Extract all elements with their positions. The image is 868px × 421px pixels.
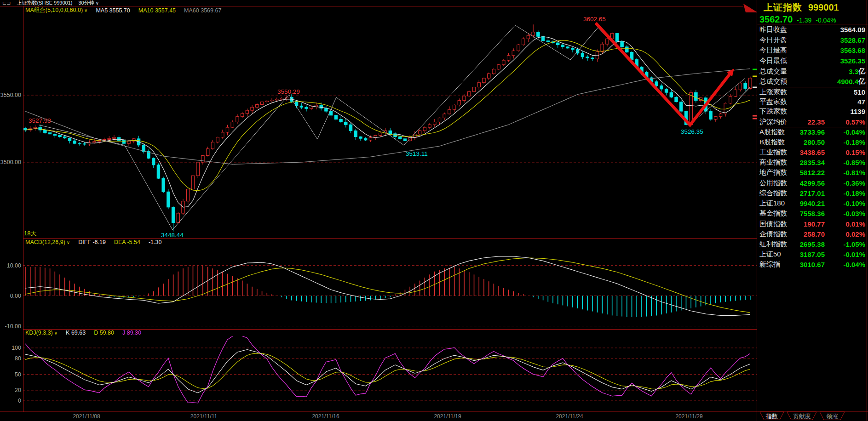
index-percent: 0.01% — [825, 220, 865, 228]
count-value: 47 — [857, 98, 865, 106]
macd-indicator-selector[interactable]: MACD(12,26,9)∨ — [25, 239, 70, 245]
index-value: 2835.34 — [797, 159, 825, 166]
index-percent: -0.03% — [825, 210, 865, 217]
index-row[interactable]: 综合指数2717.01-0.18% — [758, 188, 867, 198]
svg-text:80: 80 — [15, 355, 21, 362]
index-value: 7558.36 — [797, 210, 825, 217]
index-value: 258.70 — [797, 230, 825, 238]
quote-row: 今日最高3563.68 — [758, 45, 867, 56]
pointer-arrow-icon — [743, 4, 758, 12]
index-value: 3010.67 — [797, 261, 825, 268]
frame-lines — [0, 0, 868, 421]
index-value: 4299.56 — [797, 179, 825, 187]
period-selector[interactable]: 30分钟∨ — [78, 0, 99, 6]
kdj-indicator-row: KDJ(9,3,3)∨ K 69.63 D 59.80 J 89.30 — [25, 330, 141, 336]
index-value: 280.50 — [797, 138, 825, 146]
index-value: 2717.01 — [797, 189, 825, 197]
macd-hist-value: -1.30 — [149, 239, 162, 245]
index-percent: 0.02% — [825, 230, 865, 238]
svg-text:0.00: 0.00 — [10, 293, 21, 299]
index-value: 5812.22 — [797, 169, 825, 176]
index-value: 9940.21 — [797, 199, 825, 207]
index-label: B股指数 — [759, 138, 797, 147]
svg-text:3550.29: 3550.29 — [277, 88, 300, 95]
kdj-indicator-selector[interactable]: KDJ(9,3,3)∨ — [25, 330, 57, 336]
svg-text:3500.00: 3500.00 — [0, 159, 21, 165]
index-percent: -1.05% — [825, 240, 865, 248]
macd-indicator-row: MACD(12,26,9)∨ DIFF -6.19 DEA -5.54 -1.3… — [25, 239, 161, 245]
index-row[interactable]: 公用指数4299.56-0.36% — [758, 178, 867, 188]
svg-text:3513.11: 3513.11 — [406, 150, 428, 157]
chevron-down-icon: ∨ — [96, 0, 99, 6]
index-value: 3438.65 — [797, 148, 825, 156]
symbol-title: 上证指数(SHSE 999001) — [17, 0, 72, 6]
index-label: 地产指数 — [759, 168, 797, 177]
index-row[interactable]: B股指数280.50-0.18% — [758, 137, 867, 147]
svg-text:-10.00: -10.00 — [5, 323, 21, 330]
quote-summary-section: 昨日收盘3564.09今日开盘3528.67今日最高3563.68今日最低352… — [758, 24, 867, 87]
kdj-lines — [25, 333, 750, 403]
macd-histogram — [25, 266, 750, 317]
chevron-down-icon: ∨ — [67, 240, 70, 245]
index-row[interactable]: 基金指数7558.36-0.03% — [758, 209, 867, 219]
index-label: 国债指数 — [759, 220, 797, 228]
svg-text:2021/11/11: 2021/11/11 — [190, 413, 218, 420]
index-row[interactable]: 上证503187.05-0.01% — [758, 250, 867, 260]
index-label: 工业指数 — [759, 148, 797, 157]
ma5-line — [25, 37, 750, 207]
price-change: -1.39 — [797, 17, 811, 24]
svg-text:0: 0 — [18, 398, 21, 404]
quote-label: 总成交量 — [759, 67, 787, 76]
quote-value: 3563.68 — [840, 46, 865, 54]
sidebar-header: 上证指数999001 3562.70 -1.39 -0.04% — [758, 0, 867, 24]
index-percent: -0.01% — [825, 250, 865, 258]
kdj-d-value: D 59.80 — [94, 330, 114, 336]
link-icon[interactable]: ⊏⊐ — [2, 0, 11, 6]
svg-text:2021/11/19: 2021/11/19 — [434, 413, 461, 420]
visible-days-label: 18天 — [24, 229, 36, 238]
quote-unit: 亿 — [858, 77, 865, 86]
index-percent: 0.15% — [825, 148, 865, 156]
svg-text:3448.44: 3448.44 — [161, 232, 184, 239]
quote-row: 昨日收盘3564.09 — [758, 24, 867, 35]
chart-canvas[interactable]: 3550.003500.0010.000.00-10.0010080502002… — [0, 0, 868, 421]
index-row[interactable]: 国债指数190.770.01% — [758, 219, 867, 229]
index-row[interactable]: 新综指3010.67-0.04% — [758, 260, 867, 270]
avg-label: 沪深均价 — [759, 118, 797, 126]
symbol-name: 上证指数 — [764, 2, 802, 12]
chevron-down-icon: ∨ — [54, 330, 57, 336]
index-label: 上证50 — [759, 250, 797, 259]
index-percent: -0.85% — [825, 159, 865, 166]
quote-label: 今日最高 — [759, 46, 787, 55]
index-row[interactable]: 商业指数2835.34-0.85% — [758, 158, 867, 168]
quote-label: 今日最低 — [759, 57, 787, 65]
kdj-j-value: J 89.30 — [122, 330, 141, 336]
index-label: 新综指 — [759, 260, 797, 269]
ma-indicator-selector[interactable]: MA组合(5,10,0,0,60,0)∨ — [25, 6, 87, 14]
index-row[interactable]: A股指数3733.96-0.04% — [758, 127, 867, 137]
index-row[interactable]: 红利指数2695.38-1.05% — [758, 239, 867, 249]
kdj-k-value: K 69.63 — [66, 330, 86, 336]
advancers-decliners-section: 上涨家数510平盘家数47下跌家数1139 — [758, 87, 867, 116]
macd-indicator-label: MACD(12,26,9) — [25, 239, 65, 245]
index-row[interactable]: 企债指数258.700.02% — [758, 229, 867, 239]
average-price-row: 沪深均价22.350.57% — [758, 117, 867, 127]
quote-row: 总成交量3.3亿 — [758, 66, 867, 77]
price-change-percent: -0.04% — [816, 17, 836, 24]
index-row[interactable]: 地产指数5812.22-0.81% — [758, 168, 867, 178]
index-percent: -0.81% — [825, 169, 865, 176]
svg-text:20: 20 — [15, 387, 21, 393]
index-row[interactable]: 工业指数3438.650.15% — [758, 147, 867, 157]
svg-text:3527.93: 3527.93 — [29, 117, 51, 124]
trading-terminal-window: 3550.003500.0010.000.00-10.0010080502002… — [0, 0, 868, 421]
count-label: 上涨家数 — [759, 88, 787, 97]
index-value: 190.77 — [797, 220, 825, 228]
date-axis: 2021/11/082021/11/112021/11/162021/11/19… — [73, 413, 702, 420]
index-row[interactable]: 上证1809940.21-0.10% — [758, 199, 867, 209]
index-label: 商业指数 — [759, 158, 797, 167]
index-value: 3733.96 — [797, 128, 825, 136]
index-percent: -0.36% — [825, 179, 865, 187]
titlebar: ⊏⊐ 上证指数(SHSE 999001) 30分钟∨ — [0, 0, 99, 6]
svg-text:10.00: 10.00 — [7, 262, 21, 269]
quote-label: 总成交额 — [759, 77, 787, 86]
